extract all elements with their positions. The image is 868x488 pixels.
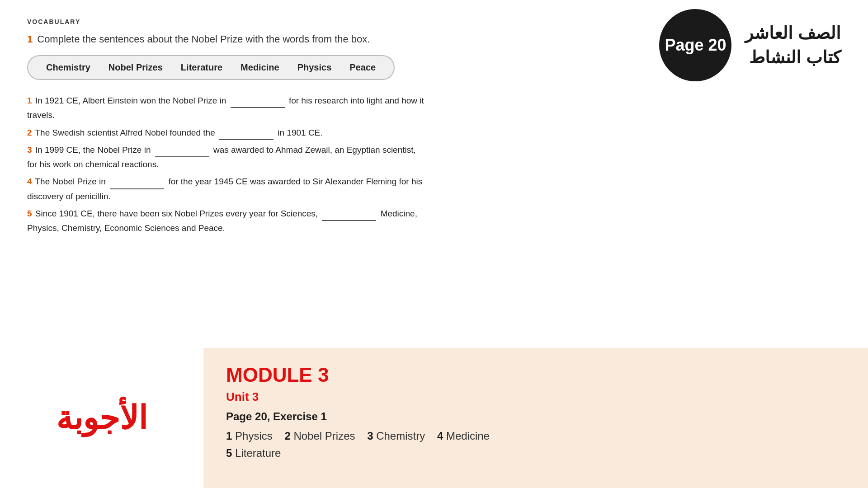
- arabic-book: كتاب النشاط: [749, 47, 841, 67]
- sentence-1: 1 In 1921 CE, Albert Einstein won the No…: [27, 94, 425, 123]
- word-nobel-prizes: Nobel Prizes: [108, 62, 163, 73]
- module-title: MODULE 3: [226, 364, 845, 386]
- answer-5: Literature: [235, 447, 281, 459]
- word-chemistry: Chemistry: [46, 62, 90, 73]
- answers-line-2: 5 Literature: [226, 445, 845, 462]
- sentence-2-after: in 1901 CE.: [278, 128, 322, 137]
- main-content: VOCABULARY 1 Complete the sentences abou…: [0, 0, 452, 236]
- answer-num-4: 4: [437, 430, 443, 442]
- exercise-instruction: 1 Complete the sentences about the Nobel…: [27, 33, 425, 45]
- bottom-left: الأجوبة: [0, 348, 203, 488]
- blank-4: [110, 188, 164, 189]
- answer-num-5: 5: [226, 447, 232, 459]
- answers-line-1: 1 Physics 2 Nobel Prizes 3 Chemistry 4 M…: [226, 427, 845, 445]
- sentence-num-1: 1: [27, 96, 32, 105]
- sentence-2: 2 The Swedish scientist Alfred Nobel fou…: [27, 126, 425, 140]
- sentence-num-4: 4: [27, 177, 32, 186]
- blank-5: [322, 220, 376, 221]
- sentence-1-before: In 1921 CE, Albert Einstein won the Nobe…: [35, 96, 226, 105]
- page-number: Page 20: [665, 36, 726, 55]
- sentence-num-5: 5: [27, 209, 32, 218]
- answer-4: Medicine: [446, 430, 490, 442]
- answer-2: Nobel Prizes: [293, 430, 355, 442]
- sentence-3-before: In 1999 CE, the Nobel Prize in: [35, 145, 151, 155]
- sentence-5: 5 Since 1901 CE, there have been six Nob…: [27, 206, 425, 236]
- sentence-num-3: 3: [27, 145, 32, 155]
- sentence-5-before: Since 1901 CE, there have been six Nobel…: [35, 209, 318, 218]
- page-circle: Page 20: [659, 9, 731, 81]
- word-peace: Peace: [349, 62, 376, 73]
- exercise-text: Complete the sentences about the Nobel P…: [37, 33, 370, 45]
- word-physics: Physics: [297, 62, 332, 73]
- sentence-num-2: 2: [27, 128, 32, 137]
- sentence-3: 3 In 1999 CE, the Nobel Prize in was awa…: [27, 143, 425, 172]
- bottom-right: MODULE 3 Unit 3 Page 20, Exercise 1 1 Ph…: [203, 348, 868, 488]
- blank-1: [231, 107, 285, 108]
- exercise-number: 1: [27, 33, 33, 45]
- arabic-grade: الصف العاشر: [745, 23, 841, 43]
- sentence-2-before: The Swedish scientist Alfred Nobel found…: [35, 128, 215, 137]
- unit-title: Unit 3: [226, 390, 845, 404]
- answer-3: Chemistry: [376, 430, 425, 442]
- header-right: Page 20 الصف العاشر كتاب النشاط: [659, 9, 841, 81]
- sentences-list: 1 In 1921 CE, Albert Einstein won the No…: [27, 94, 425, 236]
- word-box: Chemistry Nobel Prizes Literature Medici…: [27, 55, 395, 80]
- answer-num-3: 3: [367, 430, 373, 442]
- exercise-ref: Page 20, Exercise 1: [226, 410, 845, 423]
- arabic-titles: الصف العاشر كتاب النشاط: [745, 23, 841, 67]
- blank-2: [219, 139, 274, 140]
- vocabulary-label: VOCABULARY: [27, 18, 425, 25]
- bottom-section: الأجوبة MODULE 3 Unit 3 Page 20, Exercis…: [0, 348, 868, 488]
- sentence-4-before: The Nobel Prize in: [35, 177, 106, 186]
- answer-num-1: 1: [226, 430, 232, 442]
- answer-num-2: 2: [284, 430, 290, 442]
- blank-3: [155, 156, 209, 157]
- arabic-answers-label: الأجوبة: [56, 399, 147, 437]
- sentence-4: 4 The Nobel Prize in for the year 1945 C…: [27, 174, 425, 204]
- answer-1: Physics: [235, 430, 273, 442]
- word-literature: Literature: [181, 62, 222, 73]
- word-medicine: Medicine: [241, 62, 279, 73]
